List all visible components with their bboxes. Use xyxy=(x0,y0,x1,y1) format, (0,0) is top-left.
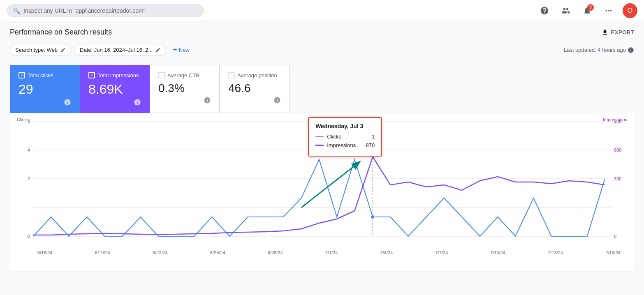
x-label-5: 7/1/24 xyxy=(325,250,338,255)
top-icons: 9 O xyxy=(537,3,637,18)
svg-text:0: 0 xyxy=(28,234,30,239)
date-label: Date: Jun 16, 2024–Jul 16, 2... xyxy=(80,47,153,53)
tooltip-impressions-label: Impressions xyxy=(327,142,362,148)
tooltip-date: Wednesday, Jul 3 xyxy=(315,123,375,129)
top-bar: 🔍 Inspect any URL in "appliancerepairteo… xyxy=(0,0,644,21)
svg-text:600: 600 xyxy=(614,148,621,152)
new-label: New xyxy=(179,47,190,53)
metric-total-impressions[interactable]: ✓ Total impressions 8.69K xyxy=(80,65,150,113)
notification-count: 9 xyxy=(587,4,594,11)
tooltip-impressions-value: 870 xyxy=(366,142,375,148)
x-label-7: 7/7/24 xyxy=(435,250,448,255)
total-impressions-help xyxy=(88,99,141,106)
metric-total-clicks[interactable]: ✓ Total clicks 29 xyxy=(10,65,80,113)
tooltip-clicks-label: Clicks xyxy=(327,134,368,140)
average-position-checkbox[interactable] xyxy=(228,72,235,78)
metrics-row: ✓ Total clicks 29 ✓ Total impressions 8.… xyxy=(10,65,634,113)
chart-tooltip: Wednesday, Jul 3 Clicks 1 Impressions 87… xyxy=(308,117,382,157)
x-label-4: 6/28/24 xyxy=(268,250,283,255)
chart-area: Clicks Impressions 6 4 2 0 900 xyxy=(10,113,634,272)
x-label-6: 7/4/24 xyxy=(380,250,393,255)
search-bar[interactable]: 🔍 Inspect any URL in "appliancerepairteo… xyxy=(7,4,204,17)
x-label-0: 6/16/24 xyxy=(37,250,53,255)
filter-left: Search type: Web Date: Jun 16, 2024–Jul … xyxy=(10,43,193,57)
average-position-label: Average position xyxy=(237,72,277,78)
date-filter[interactable]: Date: Jun 16, 2024–Jul 16, 2... xyxy=(74,44,166,56)
metric-average-position[interactable]: Average position 46.6 xyxy=(220,65,290,113)
plus-icon: + xyxy=(173,46,177,54)
x-label-3: 6/25/24 xyxy=(210,250,225,255)
svg-line-15 xyxy=(301,162,359,207)
tooltip-clicks-icon xyxy=(315,136,324,137)
x-label-1: 6/19/24 xyxy=(95,250,110,255)
total-impressions-header: ✓ Total impressions xyxy=(88,72,141,78)
users-button[interactable] xyxy=(558,3,573,18)
x-label-2: 6/22/24 xyxy=(153,250,168,255)
grid-button[interactable] xyxy=(601,3,616,18)
tooltip-clicks-row: Clicks 1 xyxy=(315,134,375,140)
total-impressions-label: Total impressions xyxy=(97,72,139,78)
svg-text:300: 300 xyxy=(614,176,621,181)
avatar[interactable]: O xyxy=(623,3,637,18)
total-clicks-header: ✓ Total clicks xyxy=(19,72,71,78)
export-button[interactable]: EXPORT xyxy=(601,29,634,36)
metrics-chart-container: ✓ Total clicks 29 ✓ Total impressions 8.… xyxy=(10,65,634,272)
x-label-8: 7/10/24 xyxy=(490,250,505,255)
total-clicks-value: 29 xyxy=(19,82,71,97)
last-updated: Last updated: 4 hours ago xyxy=(564,47,634,53)
svg-text:900: 900 xyxy=(614,119,621,124)
svg-text:6: 6 xyxy=(28,119,30,124)
page-header: Performance on Search results EXPORT xyxy=(10,28,634,37)
average-position-help xyxy=(228,97,281,104)
x-label-9: 7/13/24 xyxy=(548,250,563,255)
svg-text:4: 4 xyxy=(28,148,30,152)
tooltip-impressions-icon xyxy=(315,145,324,146)
search-type-label: Search type: Web xyxy=(15,47,58,53)
main-content: Performance on Search results EXPORT Sea… xyxy=(0,21,644,295)
tooltip-clicks-value: 1 xyxy=(372,134,375,140)
new-filter-button[interactable]: + New xyxy=(169,43,193,57)
metric-average-ctr[interactable]: Average CTR 0.3% xyxy=(150,65,220,113)
total-impressions-value: 8.69K xyxy=(88,82,141,97)
total-clicks-label: Total clicks xyxy=(28,72,53,78)
search-icon: 🔍 xyxy=(13,7,20,14)
average-ctr-checkbox[interactable] xyxy=(158,72,165,78)
notifications-button[interactable]: 9 xyxy=(580,3,595,18)
x-axis-labels: 6/16/24 6/19/24 6/22/24 6/25/24 6/28/24 … xyxy=(17,249,627,255)
x-label-10: 7/16/24 xyxy=(605,250,621,255)
average-ctr-help xyxy=(158,97,211,104)
average-ctr-header: Average CTR xyxy=(158,72,211,78)
total-clicks-checkbox[interactable]: ✓ xyxy=(19,72,25,78)
average-position-header: Average position xyxy=(228,72,281,78)
page-title: Performance on Search results xyxy=(10,28,112,37)
average-ctr-label: Average CTR xyxy=(167,72,200,78)
export-label: EXPORT xyxy=(611,29,634,35)
tooltip-impressions-row: Impressions 870 xyxy=(315,142,375,148)
search-placeholder: Inspect any URL in "appliancerepairteodo… xyxy=(23,7,146,14)
help-button[interactable] xyxy=(537,3,552,18)
filter-bar: Search type: Web Date: Jun 16, 2024–Jul … xyxy=(10,43,634,57)
total-impressions-checkbox[interactable]: ✓ xyxy=(88,72,95,78)
total-clicks-help xyxy=(19,99,71,106)
svg-point-14 xyxy=(371,215,375,219)
average-ctr-value: 0.3% xyxy=(158,82,211,95)
search-type-filter[interactable]: Search type: Web xyxy=(10,44,71,56)
svg-text:2: 2 xyxy=(28,176,30,181)
svg-text:0: 0 xyxy=(614,234,616,239)
average-position-value: 46.6 xyxy=(228,82,281,95)
